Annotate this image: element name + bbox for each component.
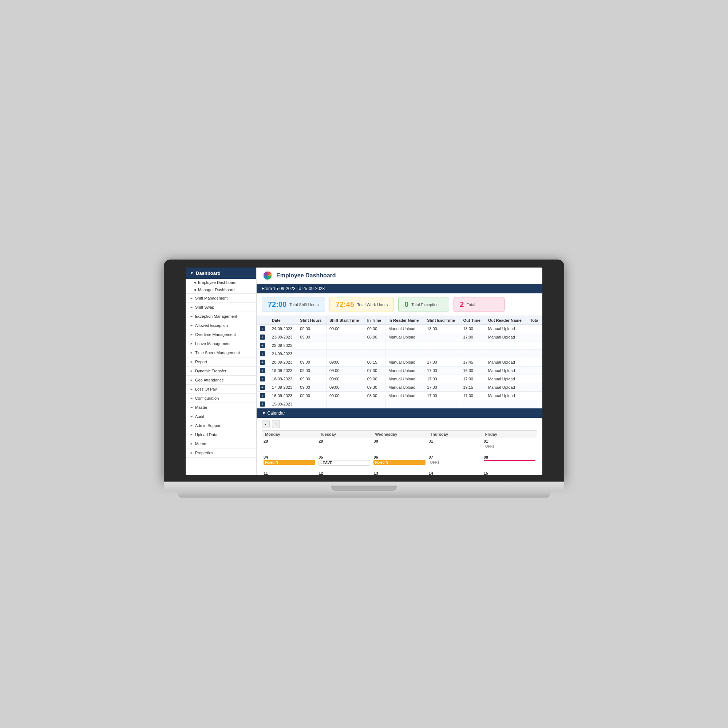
table-cell[interactable]: + [257, 367, 269, 375]
cal-day-header: Friday [482, 431, 537, 438]
sidebar-item-exception-management[interactable]: ► Exception Management [186, 312, 256, 321]
expand-button[interactable]: + [260, 385, 265, 390]
date-range-text: From 15-09-2023 To 25-09-2023 [262, 286, 325, 291]
sidebar-item-loss-of-pay[interactable]: ► Loss Of Pay [186, 385, 256, 393]
table-cell [424, 400, 460, 408]
expand-button[interactable]: + [260, 401, 265, 407]
sidebar-item-dynamic-transfer[interactable]: ► Dynamic Transfer [186, 367, 256, 375]
expand-button[interactable]: + [260, 393, 265, 398]
calendar-header-text: ▼ Calendar [262, 411, 285, 416]
calendar-grid: MondayTuesdayWednesdayThursdayFriday 282… [257, 430, 542, 475]
table-row: +16-09-202309:0009:0008:00Manual Upload1… [257, 392, 542, 400]
arrow-icon: ► [190, 387, 193, 391]
sidebar-group-shift-swap: ► Shift Swap [186, 303, 256, 312]
calendar-next-button[interactable]: › [272, 420, 280, 428]
table-cell[interactable]: + [257, 375, 269, 383]
dot-icon [194, 282, 196, 284]
sidebar-item-allowed-exception[interactable]: ► Allowed Exception [186, 321, 256, 330]
cal-date: 30 [373, 439, 425, 444]
table-cell: 20-09-2023 [269, 358, 297, 367]
table-cell[interactable]: + [257, 358, 269, 367]
expand-button[interactable]: + [260, 376, 265, 381]
col-header-tota: Tota [527, 316, 542, 325]
sidebar-item-master[interactable]: ► Master [186, 403, 256, 412]
cal-cell: 28 [262, 438, 317, 454]
sidebar-item-leave-management[interactable]: ► Leave Management [186, 339, 256, 348]
table-cell: 09:00 [297, 392, 327, 400]
table-cell[interactable]: + [257, 333, 269, 341]
table-cell: 18:00 [460, 325, 485, 333]
table-cell [527, 350, 542, 358]
sidebar-item-upload-data[interactable]: ► Upload Data [186, 430, 256, 439]
sidebar-item-audit[interactable]: ► Audit [186, 412, 256, 421]
sidebar-item-overtime-management[interactable]: ► Overtime Management [186, 330, 256, 339]
sidebar-item-geo-attendance[interactable]: ► Geo Attendance [186, 376, 256, 384]
table-cell [527, 392, 542, 400]
sidebar: ▼ Dashboard Employee Dashboard Manager D… [186, 268, 257, 475]
table-cell[interactable]: + [257, 392, 269, 400]
expand-button[interactable]: + [260, 335, 265, 340]
table-cell[interactable]: + [257, 350, 269, 358]
attendance-table: DateShift HoursShift Start TimeIn TimeIn… [257, 316, 542, 408]
sidebar-item-shift-management[interactable]: ► Shift Management [186, 294, 256, 303]
sidebar-group-master: ► Master [186, 403, 256, 412]
cal-cell: 14 [427, 470, 482, 476]
table-body: +24-09-202309:0009:0009:00Manual Upload1… [257, 325, 542, 408]
sidebar-item-time-sheet-management[interactable]: ► Time Sheet Management [186, 348, 256, 357]
arrow-icon: ► [190, 305, 193, 309]
table-cell [297, 350, 327, 358]
stat-label-shift: Total Shift Hours [289, 303, 319, 307]
app-header: Employee Dashboard [257, 268, 542, 284]
sidebar-item-properties[interactable]: ► Properties [186, 448, 256, 457]
cal-cell: 04Fixed N [262, 454, 317, 470]
expand-button[interactable]: + [260, 326, 265, 331]
cal-date: 13 [373, 471, 425, 475]
cal-cell: 08 [482, 454, 537, 470]
sidebar-item-configuration[interactable]: ► Configuration [186, 394, 256, 402]
table-cell [527, 375, 542, 383]
cal-cell: 15 [482, 470, 537, 476]
table-cell: 09:00 [297, 383, 327, 392]
table-cell[interactable]: + [257, 383, 269, 392]
table-cell: 09:00 [297, 375, 327, 383]
table-cell: Manual Upload [385, 333, 424, 341]
table-cell[interactable]: + [257, 341, 269, 350]
table-cell: 17:00 [424, 367, 460, 375]
table-cell [364, 400, 385, 408]
sidebar-item-report[interactable]: ► Report [186, 358, 256, 366]
table-cell: Manual Upload [485, 333, 527, 341]
expand-button[interactable]: + [260, 368, 265, 373]
table-cell[interactable]: + [257, 400, 269, 408]
sidebar-item-employee-dashboard[interactable]: Employee Dashboard [186, 279, 256, 286]
table-cell [297, 400, 327, 408]
cal-cell: 12 [317, 470, 372, 476]
laptop-foot [178, 492, 550, 498]
expand-button[interactable]: + [260, 343, 265, 348]
cal-date: 11 [263, 471, 315, 475]
table-cell [527, 367, 542, 375]
sidebar-group-time-sheet-management: ► Time Sheet Management [186, 348, 256, 358]
cal-event-off: OFF1 [484, 444, 535, 449]
sidebar-item-admin-support[interactable]: ► Admin Support [186, 421, 256, 430]
table-cell [424, 333, 460, 341]
sidebar-item-memo[interactable]: ► Memo [186, 439, 256, 448]
arrow-icon: ► [190, 315, 193, 318]
expand-button[interactable]: + [260, 359, 265, 365]
sidebar-dashboard-group: Employee Dashboard Manager Dashboard [186, 279, 256, 294]
cal-date: 05 [318, 455, 370, 459]
arrow-icon: ► [190, 378, 193, 382]
expand-button[interactable]: + [260, 351, 265, 356]
table-cell [326, 350, 364, 358]
arrow-icon: ► [190, 414, 193, 418]
table-cell: Manual Upload [385, 375, 424, 383]
sidebar-item-manager-dashboard[interactable]: Manager Dashboard [186, 286, 256, 294]
table-cell: 24-09-2023 [269, 325, 297, 333]
calendar-prev-button[interactable]: ‹ [262, 420, 270, 428]
sidebar-dashboard-header[interactable]: ▼ Dashboard [186, 268, 256, 279]
table-cell: 09:00 [326, 358, 364, 367]
table-cell [460, 350, 485, 358]
table-cell[interactable]: + [257, 325, 269, 333]
table-cell [326, 333, 364, 341]
sidebar-item-shift-swap[interactable]: ► Shift Swap [186, 303, 256, 312]
cal-week-row: 2829303101OFF1 [262, 438, 537, 454]
